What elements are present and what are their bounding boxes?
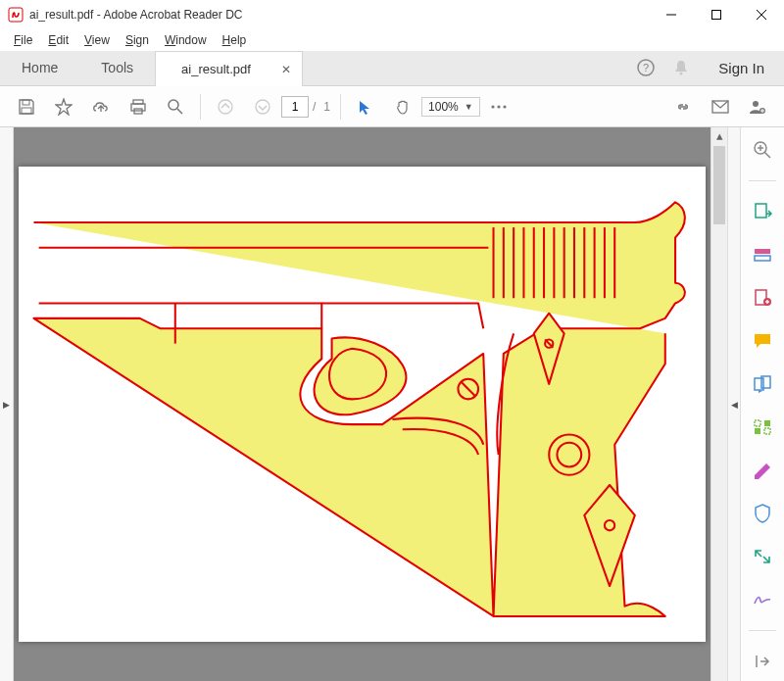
- zoom-tool-icon[interactable]: [750, 137, 775, 163]
- zoom-value: 100%: [428, 100, 459, 114]
- svg-rect-59: [755, 420, 760, 426]
- titlebar: ai_result.pdf - Adobe Acrobat Reader DC: [0, 0, 784, 29]
- svg-point-13: [169, 100, 178, 110]
- close-button[interactable]: [739, 0, 784, 29]
- svg-rect-62: [764, 428, 770, 434]
- combine-icon[interactable]: [750, 371, 775, 397]
- email-icon[interactable]: [704, 90, 737, 123]
- svg-text:?: ?: [643, 62, 649, 73]
- tab-close-button[interactable]: ✕: [278, 62, 294, 77]
- svg-point-18: [497, 105, 500, 108]
- menu-sign[interactable]: Sign: [118, 31, 157, 49]
- window-title: ai_result.pdf - Adobe Acrobat Reader DC: [29, 8, 649, 22]
- help-icon[interactable]: ?: [628, 50, 663, 85]
- svg-point-7: [680, 73, 683, 75]
- star-icon[interactable]: [47, 90, 80, 123]
- document-area[interactable]: [14, 127, 710, 681]
- right-panel-toggle[interactable]: ◀: [727, 127, 741, 681]
- svg-point-21: [753, 101, 759, 107]
- svg-rect-50: [756, 204, 766, 218]
- svg-rect-52: [755, 256, 770, 261]
- svg-rect-0: [9, 8, 23, 22]
- scrollbar-thumb[interactable]: [713, 146, 725, 224]
- save-icon[interactable]: [10, 90, 43, 123]
- left-panel-toggle[interactable]: ▶: [0, 127, 14, 681]
- svg-line-47: [764, 152, 770, 158]
- fill-sign-icon[interactable]: [750, 587, 775, 612]
- svg-point-16: [256, 100, 270, 114]
- menu-help[interactable]: Help: [215, 31, 255, 49]
- svg-line-14: [177, 109, 182, 114]
- menu-window[interactable]: Window: [157, 31, 215, 49]
- redact-icon[interactable]: [750, 458, 775, 483]
- svg-rect-8: [23, 100, 29, 105]
- page-number-input[interactable]: [281, 96, 309, 118]
- scroll-up-icon[interactable]: ▴: [711, 127, 727, 144]
- tab-document-label: ai_result.pdf: [181, 62, 251, 76]
- toolbar: / 1 100% ▼: [0, 86, 784, 127]
- tab-document[interactable]: ai_result.pdf ✕: [155, 51, 303, 86]
- svg-rect-9: [22, 108, 31, 114]
- tabbar: Home Tools ai_result.pdf ✕ ? Sign In: [0, 51, 784, 86]
- selection-tool-icon[interactable]: [349, 90, 382, 123]
- page-down-icon[interactable]: [246, 90, 279, 123]
- protect-icon[interactable]: [750, 501, 775, 526]
- bell-icon[interactable]: [663, 50, 699, 85]
- menubar: File Edit View Sign Window Help: [0, 29, 784, 51]
- compress-icon[interactable]: [750, 544, 775, 569]
- page-total: 1: [319, 100, 334, 114]
- search-icon[interactable]: [159, 90, 192, 123]
- hand-tool-icon[interactable]: [386, 90, 419, 123]
- page-up-icon[interactable]: [209, 90, 242, 123]
- zoom-dropdown[interactable]: 100% ▼: [421, 97, 480, 117]
- svg-point-15: [219, 100, 232, 114]
- chevron-down-icon: ▼: [465, 102, 473, 112]
- organize-icon[interactable]: [750, 414, 775, 440]
- svg-rect-2: [712, 11, 721, 20]
- print-icon[interactable]: [122, 90, 155, 123]
- minimize-button[interactable]: [649, 0, 694, 29]
- cloud-upload-icon[interactable]: [84, 90, 118, 123]
- link-share-icon[interactable]: [666, 90, 700, 123]
- svg-point-19: [503, 105, 506, 108]
- document-vector-content: [19, 167, 706, 642]
- workspace: ▶: [0, 127, 784, 681]
- maximize-button[interactable]: [694, 0, 739, 29]
- tools-sidebar: [741, 127, 784, 681]
- svg-rect-51: [755, 249, 770, 254]
- acrobat-icon: [8, 7, 24, 23]
- export-pdf-icon[interactable]: [750, 199, 775, 224]
- menu-edit[interactable]: Edit: [40, 31, 76, 49]
- tab-home[interactable]: Home: [0, 50, 79, 85]
- svg-rect-61: [755, 428, 760, 434]
- tab-tools[interactable]: Tools: [79, 50, 155, 85]
- menu-view[interactable]: View: [76, 31, 118, 49]
- svg-rect-11: [131, 104, 145, 111]
- create-pdf-icon[interactable]: [750, 242, 775, 268]
- menu-file[interactable]: File: [6, 31, 40, 49]
- add-user-icon[interactable]: [741, 90, 774, 123]
- sign-in-button[interactable]: Sign In: [699, 50, 784, 85]
- vertical-scrollbar[interactable]: ▴: [710, 127, 727, 681]
- page-separator: /: [309, 100, 319, 114]
- collapse-panel-icon[interactable]: [750, 649, 775, 674]
- more-tools-icon[interactable]: [482, 90, 515, 123]
- svg-rect-63: [755, 475, 759, 479]
- pdf-page: [19, 167, 706, 642]
- svg-point-17: [491, 105, 494, 108]
- comment-icon[interactable]: [750, 328, 775, 354]
- edit-pdf-icon[interactable]: [750, 285, 775, 311]
- svg-rect-60: [764, 420, 770, 426]
